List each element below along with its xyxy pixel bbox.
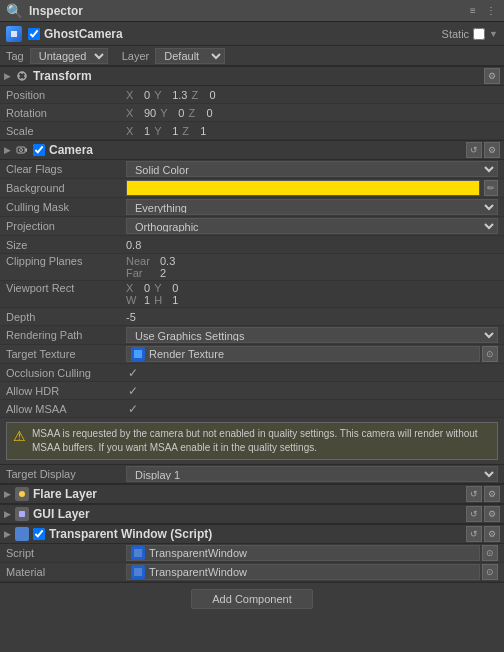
size-label: Size (6, 239, 126, 251)
camera-section-header[interactable]: ▶ Camera ↺ ⚙ (0, 140, 504, 160)
allow-msaa-values: ✓ (126, 402, 498, 416)
viewport-h-label: H (154, 294, 168, 306)
target-texture-icon (131, 347, 145, 361)
transparent-window-settings-btn[interactable]: ⚙ (484, 526, 500, 542)
script-icon (131, 546, 145, 560)
rotation-label: Rotation (6, 107, 126, 119)
rendering-path-values: Use Graphics Settings (126, 327, 498, 343)
warning-text: MSAA is requested by the camera but not … (32, 427, 491, 455)
gui-reset-btn[interactable]: ↺ (466, 506, 482, 522)
material-field: TransparentWindow ⊙ (126, 564, 498, 580)
flare-layer-header[interactable]: ▶ Flare Layer ↺ ⚙ (0, 484, 504, 504)
allow-hdr-check[interactable]: ✓ (126, 384, 140, 398)
position-x-label: X (126, 89, 140, 101)
background-edit-btn[interactable]: ✏ (484, 180, 498, 196)
transform-section-header[interactable]: ▶ Transform ⚙ (0, 66, 504, 86)
gui-settings-btn[interactable]: ⚙ (484, 506, 500, 522)
clipping-planes-row: Clipping Planes Near 0.3 Far 2 (0, 254, 504, 281)
object-active-checkbox[interactable] (28, 28, 40, 40)
transform-section-buttons: ⚙ (484, 68, 500, 84)
position-values: X 0 Y 1.3 Z 0 (126, 89, 498, 101)
svg-rect-13 (134, 549, 142, 557)
clear-flags-dropdown[interactable]: Solid Color (126, 161, 498, 177)
material-inner: TransparentWindow (126, 564, 480, 580)
rotation-row: Rotation X 90 Y 0 Z 0 (0, 104, 504, 122)
tag-dropdown[interactable]: Untagged (30, 48, 108, 64)
depth-values: -5 (126, 311, 498, 323)
viewport-y-label: Y (154, 282, 168, 294)
gui-section-buttons: ↺ ⚙ (466, 506, 500, 522)
material-dot-btn[interactable]: ⊙ (482, 564, 498, 580)
background-color-swatch[interactable] (126, 180, 480, 196)
camera-section-buttons: ↺ ⚙ (466, 142, 500, 158)
rendering-path-label: Rendering Path (6, 329, 126, 341)
target-texture-label: Target Texture (6, 348, 126, 360)
projection-dropdown[interactable]: Orthographic (126, 218, 498, 234)
material-row: Material TransparentWindow ⊙ (0, 563, 504, 582)
svg-rect-6 (17, 147, 25, 153)
inspector-icon: 🔍 (6, 3, 23, 19)
far-value: 2 (160, 267, 190, 279)
camera-active-checkbox[interactable] (33, 144, 45, 156)
target-display-label: Target Display (6, 468, 126, 480)
camera-reset-btn[interactable]: ↺ (466, 142, 482, 158)
scale-row: Scale X 1 Y 1 Z 1 (0, 122, 504, 140)
allow-msaa-label: Allow MSAA (6, 403, 126, 415)
flare-reset-btn[interactable]: ↺ (466, 486, 482, 502)
background-label: Background (6, 182, 126, 194)
target-display-values: Display 1 (126, 466, 498, 482)
add-component-button[interactable]: Add Component (191, 589, 313, 609)
viewport-w-label: W (126, 294, 140, 306)
static-checkbox[interactable] (473, 28, 485, 40)
script-value: TransparentWindow (149, 547, 247, 559)
scale-z-label: Z (182, 125, 196, 137)
object-icon (6, 26, 22, 42)
scale-x-value: 1 (144, 125, 150, 137)
flare-section-buttons: ↺ ⚙ (466, 486, 500, 502)
rotation-x-label: X (126, 107, 140, 119)
projection-values: Orthographic (126, 218, 498, 234)
gui-layer-header[interactable]: ▶ GUI Layer ↺ ⚙ (0, 504, 504, 524)
topbar-menu-icon[interactable]: ≡ (466, 4, 480, 18)
tag-label: Tag (6, 50, 24, 62)
culling-mask-dropdown[interactable]: Everything (126, 199, 498, 215)
scale-z-value: 1 (200, 125, 206, 137)
rendering-path-dropdown[interactable]: Use Graphics Settings (126, 327, 498, 343)
culling-mask-row: Culling Mask Everything (0, 198, 504, 217)
rotation-z-value: 0 (206, 107, 212, 119)
projection-label: Projection (6, 220, 126, 232)
camera-settings-btn[interactable]: ⚙ (484, 142, 500, 158)
allow-msaa-check[interactable]: ✓ (126, 402, 140, 416)
target-texture-row: Target Texture Render Texture ⊙ (0, 345, 504, 364)
projection-row: Projection Orthographic (0, 217, 504, 236)
script-label: Script (6, 547, 126, 559)
transparent-window-checkbox[interactable] (33, 528, 45, 540)
occlusion-culling-check[interactable]: ✓ (126, 366, 140, 380)
script-inner: TransparentWindow (126, 545, 480, 561)
object-name: GhostCamera (44, 27, 442, 41)
depth-label: Depth (6, 311, 126, 323)
viewport-wh-values: W 1 H 1 (126, 294, 498, 306)
near-label: Near (126, 255, 156, 267)
svg-rect-0 (11, 31, 17, 37)
target-texture-dot-btn[interactable]: ⊙ (482, 346, 498, 362)
position-x-value: 0 (144, 89, 150, 101)
transform-icon (15, 69, 29, 83)
topbar-dots-icon[interactable]: ⋮ (484, 4, 498, 18)
clipping-planes-label: Clipping Planes (6, 255, 126, 267)
static-dropdown-arrow[interactable]: ▼ (489, 29, 498, 39)
viewport-x-label: X (126, 282, 140, 294)
scale-x-label: X (126, 125, 140, 137)
target-display-dropdown[interactable]: Display 1 (126, 466, 498, 482)
clear-flags-row: Clear Flags Solid Color (0, 160, 504, 179)
gui-layer-title: GUI Layer (33, 507, 466, 521)
transparent-window-reset-btn[interactable]: ↺ (466, 526, 482, 542)
layer-dropdown[interactable]: Default (155, 48, 225, 64)
transform-settings-btn[interactable]: ⚙ (484, 68, 500, 84)
script-dot-btn[interactable]: ⊙ (482, 545, 498, 561)
flare-settings-btn[interactable]: ⚙ (484, 486, 500, 502)
transparent-window-header[interactable]: ▶ Transparent Window (Script) ↺ ⚙ (0, 524, 504, 544)
viewport-xy-values: X 0 Y 0 (126, 282, 498, 294)
rotation-x-value: 90 (144, 107, 156, 119)
clear-flags-label: Clear Flags (6, 163, 126, 175)
